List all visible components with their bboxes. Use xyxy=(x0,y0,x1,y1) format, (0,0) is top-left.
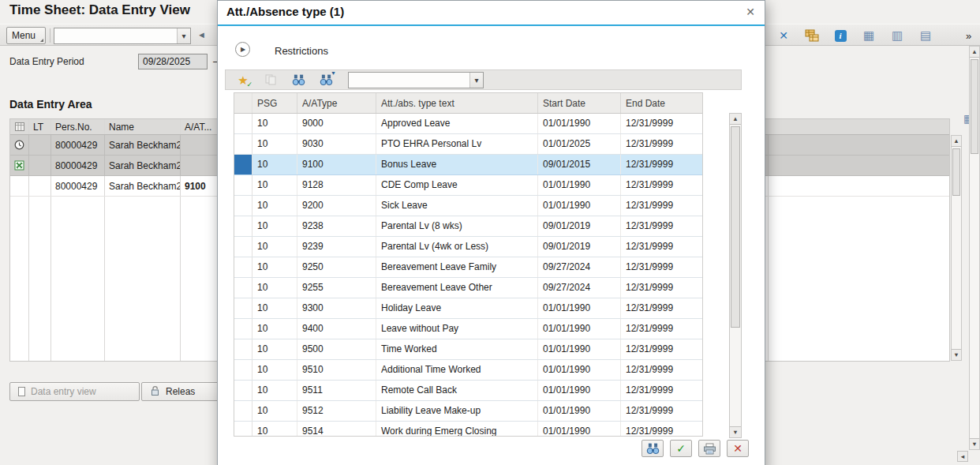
dialog-table-row[interactable]: 109238Parental Lv (8 wks)09/01/201912/31… xyxy=(234,216,702,237)
dialog-table-row[interactable]: 109500Time Worked01/01/199012/31/9999 xyxy=(234,339,702,360)
row-selector-cell[interactable] xyxy=(234,114,252,133)
dialog-table-row[interactable]: 109250Bereavement Leave Family09/27/2024… xyxy=(234,257,702,278)
find-button[interactable] xyxy=(641,440,664,457)
row-selector-cell[interactable] xyxy=(234,257,252,277)
dialog-table-row[interactable]: 109239Parental Lv (4wk or Less)09/01/201… xyxy=(234,237,702,257)
scrollbar-track[interactable] xyxy=(952,147,961,349)
row-selector-cell[interactable] xyxy=(234,216,252,236)
cell-blank-2 xyxy=(769,176,949,196)
selection-options-icon[interactable]: ★ ✓ xyxy=(235,72,251,88)
scrollbar-thumb[interactable] xyxy=(971,59,978,154)
col-header-psg[interactable]: PSG xyxy=(252,93,297,113)
col-header-name[interactable]: Name xyxy=(105,119,181,134)
dialog-table-row[interactable]: 109511Remote Call Back01/01/199012/31/99… xyxy=(234,381,702,401)
row-selector-cell[interactable] xyxy=(234,298,252,318)
empty-cell xyxy=(769,279,949,299)
empty-cell xyxy=(769,258,949,279)
chevron-down-icon[interactable]: ▾ xyxy=(177,28,190,43)
scroll-down-icon[interactable]: ▼ xyxy=(730,426,741,437)
row-selector-cell[interactable] xyxy=(234,155,252,174)
delete-x-icon[interactable]: ✕ xyxy=(775,28,792,43)
dialog-vertical-scrollbar[interactable]: ▲ ▼ xyxy=(729,113,742,438)
dialog-table-row[interactable]: 109510Additional Time Worked01/01/199012… xyxy=(234,360,702,381)
row-selector-cell[interactable] xyxy=(234,196,252,216)
triangle-right-icon: ▶ xyxy=(241,46,245,53)
row-selector-cell[interactable] xyxy=(234,278,252,298)
dialog-toolbar: ★ ✓ xyxy=(225,69,742,90)
window-vertical-scrollbar[interactable]: ▲ ▼ xyxy=(969,46,980,450)
col-header-atype[interactable]: A/AType xyxy=(297,93,376,113)
dialog-table-row[interactable]: 109030PTO EHRA Personal Lv01/01/202512/3… xyxy=(234,134,702,155)
col-header-lt[interactable]: LT xyxy=(29,119,51,134)
dialog-table-row[interactable]: 109000Approved Leave01/01/199012/31/9999 xyxy=(234,114,702,134)
print-button[interactable] xyxy=(698,440,720,457)
dialog-table-row[interactable]: 109512Liability Leave Make-up01/01/19901… xyxy=(234,401,702,422)
cell-psg: 10 xyxy=(252,216,297,236)
find-next-icon[interactable]: ▼ xyxy=(318,72,334,88)
dialog-table-row[interactable]: 109128CDE Comp Leave01/01/199012/31/9999 xyxy=(234,175,702,196)
grid-config-icon[interactable] xyxy=(10,119,29,134)
scroll-up-icon[interactable]: ▲ xyxy=(970,47,979,58)
accept-button[interactable]: ✓ xyxy=(670,440,692,457)
scrollbar-thumb[interactable] xyxy=(731,126,740,328)
document-icon xyxy=(18,387,25,396)
back-icon[interactable]: ◄ xyxy=(197,30,206,39)
row-selector-cell[interactable] xyxy=(234,422,252,437)
row-selector-cell[interactable] xyxy=(234,175,252,195)
empty-cell xyxy=(51,197,105,217)
dialog-table-row[interactable]: 109200Sick Leave01/01/199012/31/9999 xyxy=(234,196,702,216)
cell-text: PTO EHRA Personal Lv xyxy=(376,134,538,154)
scroll-up-icon[interactable]: ▲ xyxy=(952,136,961,147)
menu-button-label: Menu xyxy=(12,30,36,41)
scrollbar-track[interactable] xyxy=(970,58,979,438)
cell-atype: 9400 xyxy=(297,319,376,339)
empty-cell xyxy=(769,238,949,258)
empty-cell xyxy=(29,238,51,258)
scrollbar-track[interactable] xyxy=(730,125,741,426)
empty-cell xyxy=(51,299,105,320)
export-list-icon[interactable]: ▤ xyxy=(917,28,934,43)
menu-button[interactable]: Menu xyxy=(6,27,46,44)
chevron-down-icon[interactable]: ▾ xyxy=(469,73,483,88)
cell-lt xyxy=(29,176,51,196)
scroll-up-icon[interactable]: ▲ xyxy=(730,114,741,125)
data-entry-view-button[interactable]: Data entry view xyxy=(9,382,140,401)
empty-cell xyxy=(10,340,29,361)
command-field[interactable]: ▾ xyxy=(54,28,191,44)
dialog-table-row[interactable]: 109514Work during Emerg Closing01/01/199… xyxy=(234,422,702,437)
find-icon[interactable] xyxy=(290,72,306,88)
search-filter-combobox[interactable]: ▾ xyxy=(348,72,484,88)
row-selector-cell[interactable] xyxy=(234,339,252,359)
grid-view-icon[interactable]: ▦ xyxy=(860,28,877,43)
more-tools-button[interactable]: » xyxy=(966,30,971,42)
scroll-down-icon[interactable]: ▼ xyxy=(952,349,961,360)
row-selector-cell[interactable] xyxy=(234,319,252,339)
scroll-down-icon[interactable]: ▼ xyxy=(970,438,979,449)
col-header-end-date[interactable]: End Date xyxy=(621,93,702,113)
scrollbar-thumb[interactable] xyxy=(952,148,960,196)
worklist-icon[interactable] xyxy=(803,28,821,43)
info-icon[interactable]: i xyxy=(832,28,849,43)
row-selector-cell[interactable] xyxy=(234,237,252,257)
row-selector-cell[interactable] xyxy=(234,381,252,400)
personnel-list-icon[interactable]: ▥ xyxy=(888,28,906,43)
col-header-type-text[interactable]: Att./abs. type text xyxy=(376,93,538,113)
col-header-persno[interactable]: Pers.No. xyxy=(51,119,105,134)
row-selector-cell[interactable] xyxy=(234,401,252,421)
grid-vertical-scrollbar[interactable]: ▲ ▼ xyxy=(951,135,962,361)
cell-start: 09/27/2024 xyxy=(538,278,621,298)
expand-restrictions-icon[interactable]: ▶ xyxy=(235,42,250,57)
dialog-table-row[interactable]: 109300Holiday Leave01/01/199012/31/9999 xyxy=(234,298,702,319)
scroll-left-icon[interactable]: ◄ xyxy=(957,451,968,462)
dialog-table-row[interactable]: 109255Bereavement Leave Other09/27/20241… xyxy=(234,278,702,298)
dialog-table-row[interactable]: 109400Leave without Pay01/01/199012/31/9… xyxy=(234,319,702,339)
close-icon[interactable]: ✕ xyxy=(746,6,755,18)
copy-icon[interactable] xyxy=(263,72,279,88)
row-selector-cell[interactable] xyxy=(234,134,252,154)
period-start-field[interactable]: 09/28/2025 xyxy=(138,54,208,69)
empty-cell xyxy=(10,258,29,279)
col-header-start-date[interactable]: Start Date xyxy=(538,93,621,113)
cancel-button[interactable]: ✕ xyxy=(727,440,749,457)
row-selector-cell[interactable] xyxy=(234,360,252,380)
dialog-table-row[interactable]: 109100Bonus Leave09/01/201512/31/9999 xyxy=(234,155,702,175)
